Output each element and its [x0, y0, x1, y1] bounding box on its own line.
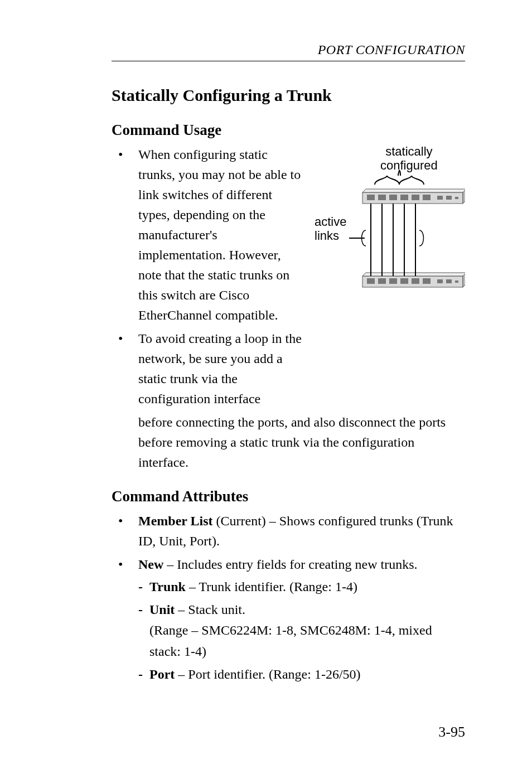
attr-member-label: Member List: [138, 514, 213, 528]
svg-rect-8: [423, 195, 431, 200]
attr-new-label: New: [138, 557, 163, 572]
header-rule: [112, 61, 465, 61]
svg-rect-20: [423, 278, 431, 284]
attribute-item: New – Includes entry fields for creating…: [112, 554, 465, 685]
svg-rect-15: [367, 278, 375, 284]
attribute-item: Member List (Current) – Shows configured…: [112, 511, 465, 551]
switch-bottom-icon: [362, 273, 465, 287]
svg-marker-13: [362, 273, 465, 276]
section-title: Statically Configuring a Trunk: [112, 86, 465, 105]
svg-rect-18: [400, 278, 408, 284]
svg-rect-4: [378, 195, 386, 200]
svg-rect-22: [446, 279, 452, 283]
svg-rect-17: [389, 278, 397, 284]
svg-rect-9: [437, 196, 443, 200]
running-head-text: PORT CONFIGURATION: [318, 42, 465, 57]
sub-item: Port – Port identifier. (Range: 1-26/50): [138, 664, 465, 685]
command-usage-heading: Command Usage: [112, 122, 465, 139]
svg-rect-11: [455, 197, 458, 199]
attr-new-sublist: Trunk – Trunk identifier. (Range: 1-4) U…: [138, 577, 465, 685]
page-number: 3-95: [438, 724, 465, 741]
usage-list: When configuring static trunks, you may …: [112, 144, 304, 409]
command-attributes-heading: Command Attributes: [112, 488, 465, 505]
svg-rect-19: [412, 278, 419, 284]
switch-top-icon: [362, 189, 465, 204]
svg-rect-6: [400, 195, 408, 200]
sub-item: Trunk – Trunk identifier. (Range: 1-4): [138, 577, 465, 597]
sub-port-label: Port: [149, 667, 175, 681]
sub-trunk-label: Trunk: [149, 579, 186, 594]
running-head: PORT CONFIGURATION: [112, 42, 465, 57]
usage-item: When configuring static trunks, you may …: [112, 144, 304, 325]
attr-new-rest: – Includes entry fields for creating new…: [163, 557, 417, 572]
svg-rect-5: [389, 195, 397, 200]
sub-unit-rest: – Stack unit.: [175, 602, 245, 617]
svg-rect-7: [412, 195, 419, 200]
trunk-diagram: statically configured active links: [315, 144, 465, 301]
attributes-list: Member List (Current) – Shows configured…: [112, 511, 465, 685]
svg-marker-1: [362, 189, 465, 192]
sub-port-rest: – Port identifier. (Range: 1-26/50): [175, 667, 360, 681]
sub-item: Unit – Stack unit. (Range – SMC6224M: 1-…: [138, 599, 465, 662]
usage-continuation: before connecting the ports, and also di…: [138, 412, 465, 472]
svg-rect-21: [437, 279, 443, 283]
svg-rect-10: [446, 196, 452, 200]
sub-unit-label: Unit: [149, 602, 175, 617]
sub-trunk-rest: – Trunk identifier. (Range: 1-4): [186, 579, 357, 594]
sub-unit-line2: (Range – SMC6224M: 1-8, SMC6248M: 1-4, m…: [149, 623, 432, 658]
usage-item: To avoid creating a loop in the network,…: [112, 328, 304, 409]
svg-rect-23: [455, 280, 458, 283]
diagram-svg: [315, 144, 465, 301]
svg-rect-16: [378, 278, 386, 284]
svg-rect-3: [367, 195, 375, 200]
